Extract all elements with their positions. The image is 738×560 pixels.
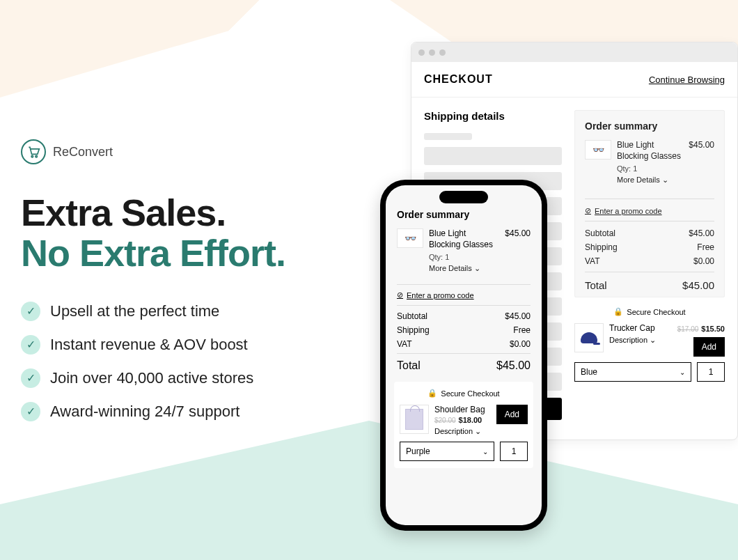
total-row: Total $45.00 bbox=[397, 359, 531, 372]
qty-input[interactable]: 1 bbox=[697, 362, 725, 382]
shipping-value: Free bbox=[697, 242, 714, 252]
secure-text: Secure Checkout bbox=[627, 308, 685, 316]
subtotal-value: $45.00 bbox=[505, 311, 531, 321]
secure-checkout-label: 🔒 Secure Checkout bbox=[400, 389, 528, 398]
bg-decor-bottom bbox=[0, 421, 738, 560]
upsell-price: $17.00$15.50 bbox=[677, 325, 725, 333]
cap-icon bbox=[581, 332, 597, 343]
total-row: Total $45.00 bbox=[585, 279, 714, 291]
check-icon: ✓ bbox=[21, 402, 40, 421]
bg-decor-top-left bbox=[0, 0, 334, 98]
vat-row: VAT $0.00 bbox=[585, 256, 714, 266]
reconvert-logo-icon bbox=[21, 139, 46, 164]
glasses-icon: 👓 bbox=[397, 228, 423, 248]
phone-screen: Order summary 👓 Blue Light Blocking Glas… bbox=[386, 185, 542, 525]
subtotal-value: $45.00 bbox=[689, 228, 714, 238]
brand-name: ReConvert bbox=[53, 145, 113, 160]
vat-value: $0.00 bbox=[510, 339, 531, 349]
benefit-text: Upsell at the perfect time bbox=[50, 302, 219, 320]
promo-code-link[interactable]: ⊘ Enter a promo code bbox=[397, 290, 531, 300]
summary-line-item: 👓 Blue Light Blocking Glasses Qty: 1 Mor… bbox=[585, 140, 714, 193]
bag-icon bbox=[405, 409, 423, 430]
subtotal-row: Subtotal $45.00 bbox=[397, 311, 531, 321]
upsell-card-phone: 🔒 Secure Checkout Shoulder Bag $20.00$18… bbox=[394, 382, 533, 468]
add-button[interactable]: Add bbox=[693, 337, 725, 357]
more-details-toggle[interactable]: More Details ⌄ bbox=[429, 264, 499, 273]
upsell-description-toggle[interactable]: Description ⌄ bbox=[609, 336, 672, 345]
promo-label: Enter a promo code bbox=[595, 207, 662, 215]
variant-value: Purple bbox=[406, 446, 430, 456]
total-value: $45.00 bbox=[496, 359, 531, 372]
lock-icon: 🔒 bbox=[427, 389, 437, 398]
shipping-row: Shipping Free bbox=[585, 242, 714, 252]
total-label: Total bbox=[585, 279, 607, 291]
shipping-title: Shipping details bbox=[424, 110, 562, 122]
phone-mock: Order summary 👓 Blue Light Blocking Glas… bbox=[380, 180, 547, 531]
price-old: $20.00 bbox=[434, 417, 456, 424]
chevron-down-icon: ⌄ bbox=[482, 448, 488, 456]
check-icon: ✓ bbox=[21, 302, 40, 321]
upsell-product-name: Shoulder Bag bbox=[434, 405, 491, 414]
subtotal-row: Subtotal $45.00 bbox=[585, 228, 714, 238]
traffic-light-max bbox=[439, 49, 446, 56]
divider bbox=[397, 305, 531, 306]
traffic-light-close bbox=[418, 49, 425, 56]
tag-icon: ⊘ bbox=[585, 206, 591, 215]
qty-input[interactable]: 1 bbox=[500, 442, 528, 461]
divider bbox=[585, 272, 714, 272]
vat-row: VAT $0.00 bbox=[397, 339, 531, 349]
variant-select[interactable]: Blue ⌄ bbox=[574, 362, 691, 382]
upsell-price: $20.00$18.00 bbox=[434, 416, 491, 424]
item-qty: Qty: 1 bbox=[429, 253, 499, 261]
total-value: $45.00 bbox=[682, 279, 714, 291]
summary-line-item: 👓 Blue Light Blocking Glasses Qty: 1 Mor… bbox=[397, 228, 531, 280]
divider bbox=[397, 284, 531, 285]
brand-row: ReConvert bbox=[21, 139, 369, 164]
upsell-thumbnail bbox=[400, 405, 429, 434]
price-new: $15.50 bbox=[701, 325, 725, 333]
price-new: $18.00 bbox=[459, 416, 482, 424]
order-summary-title: Order summary bbox=[585, 120, 714, 132]
checkout-header: CHECKOUT Continue Browsing bbox=[411, 62, 737, 98]
chevron-down-icon: ⌄ bbox=[680, 368, 685, 376]
benefit-item: ✓ Award-winning 24/7 support bbox=[21, 402, 369, 421]
order-summary-title: Order summary bbox=[397, 209, 531, 220]
secure-checkout-label: 🔒 Secure Checkout bbox=[574, 307, 725, 316]
promo-code-link[interactable]: ⊘ Enter a promo code bbox=[585, 206, 714, 215]
lock-icon: 🔒 bbox=[613, 307, 623, 316]
vat-label: VAT bbox=[397, 339, 412, 349]
more-details-toggle[interactable]: More Details ⌄ bbox=[617, 176, 683, 185]
subtotal-label: Subtotal bbox=[585, 228, 615, 238]
add-button[interactable]: Add bbox=[496, 405, 528, 424]
secure-text: Secure Checkout bbox=[441, 389, 499, 398]
benefit-item: ✓ Upsell at the perfect time bbox=[21, 302, 369, 321]
upsell-card-desktop: 🔒 Secure Checkout Trucker Cap Descriptio… bbox=[574, 307, 725, 382]
variant-select[interactable]: Purple ⌄ bbox=[400, 442, 494, 461]
svg-point-0 bbox=[31, 155, 33, 157]
traffic-light-min bbox=[429, 49, 435, 56]
upsell-description-toggle[interactable]: Description ⌄ bbox=[434, 427, 491, 436]
vat-value: $0.00 bbox=[693, 256, 714, 266]
order-summary-column: Order summary 👓 Blue Light Blocking Glas… bbox=[574, 110, 725, 427]
divider bbox=[585, 221, 714, 221]
variant-value: Blue bbox=[581, 367, 597, 377]
phone-order-summary: Order summary 👓 Blue Light Blocking Glas… bbox=[394, 208, 533, 373]
glasses-icon: 👓 bbox=[585, 140, 611, 160]
item-price: $45.00 bbox=[505, 228, 531, 273]
shipping-label: Shipping bbox=[585, 242, 618, 252]
divider bbox=[585, 199, 714, 199]
item-name: Blue Light Blocking Glasses bbox=[429, 228, 499, 250]
benefits-list: ✓ Upsell at the perfect time ✓ Instant r… bbox=[21, 302, 369, 421]
shipping-row: Shipping Free bbox=[397, 325, 531, 335]
phone-notch bbox=[439, 191, 488, 203]
upsell-thumbnail bbox=[574, 323, 604, 352]
check-icon: ✓ bbox=[21, 335, 40, 355]
svg-point-1 bbox=[36, 155, 38, 157]
headline-line1: Extra Sales. bbox=[21, 192, 369, 233]
shipping-label: Shipping bbox=[397, 325, 430, 335]
continue-browsing-link[interactable]: Continue Browsing bbox=[649, 75, 725, 85]
benefit-item: ✓ Instant revenue & AOV boost bbox=[21, 335, 369, 355]
check-icon: ✓ bbox=[21, 368, 40, 388]
benefit-text: Award-winning 24/7 support bbox=[50, 403, 240, 421]
shipping-value: Free bbox=[513, 325, 531, 335]
